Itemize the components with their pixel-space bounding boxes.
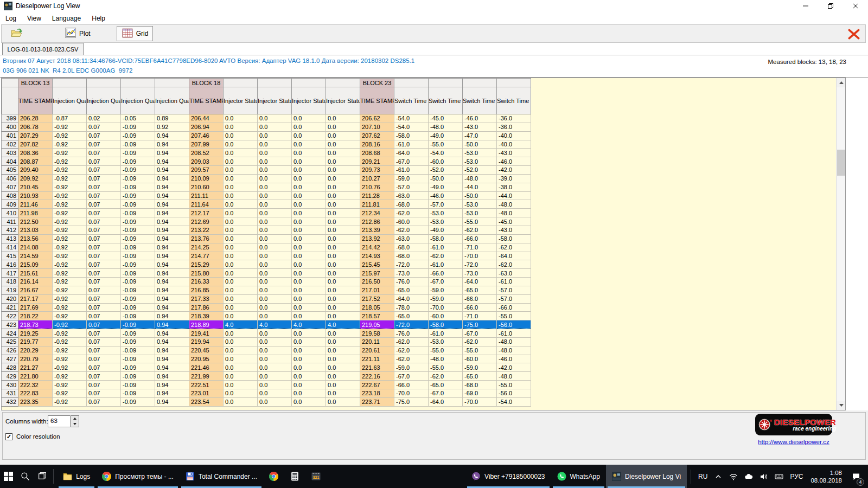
grid-cell[interactable]: 0.0: [258, 355, 292, 363]
grid-cell[interactable]: 0.0: [224, 303, 258, 312]
grid-cell[interactable]: 0.0: [326, 363, 360, 372]
grid-cell[interactable]: 0.0: [224, 226, 258, 234]
grid-cell[interactable]: -54.0: [394, 114, 429, 123]
grid-cell[interactable]: -60.0: [429, 157, 463, 166]
grid-cell[interactable]: 0.94: [155, 243, 189, 252]
grid-cell[interactable]: 0.0: [258, 389, 292, 398]
grid-cell[interactable]: 208.68: [360, 149, 394, 157]
grid-cell[interactable]: -62.0: [394, 337, 429, 346]
grid-cell[interactable]: 221.80: [18, 372, 53, 381]
grid-cell[interactable]: 0.0: [326, 260, 360, 269]
grid-cell[interactable]: 0.0: [326, 183, 360, 191]
grid-cell[interactable]: -48.0: [429, 355, 463, 363]
grid-cell[interactable]: -70.0: [429, 303, 463, 312]
grid-cell[interactable]: -0.09: [121, 363, 155, 372]
grid-cell[interactable]: 0.0: [326, 303, 360, 312]
grid-cell[interactable]: -48.0: [497, 337, 531, 346]
grid-cell[interactable]: -0.09: [121, 397, 155, 406]
grid-cell[interactable]: -45.0: [429, 114, 463, 123]
grid-cell[interactable]: 0.0: [292, 140, 326, 149]
grid-cell[interactable]: -53.0: [463, 157, 497, 166]
grid-cell[interactable]: -0.09: [121, 389, 155, 398]
grid-cell[interactable]: 0.94: [155, 346, 189, 355]
grid-cell[interactable]: -0.09: [121, 191, 155, 200]
grid-cell[interactable]: 0.0: [224, 355, 258, 363]
grid-cell[interactable]: 0.0: [292, 217, 326, 226]
grid-cell[interactable]: -0.09: [121, 200, 155, 209]
grid-cell[interactable]: 206.44: [189, 114, 224, 123]
grid-cell[interactable]: 214.77: [189, 252, 224, 260]
grid-cell[interactable]: 0.94: [155, 226, 189, 234]
grid-cell[interactable]: 0.0: [224, 174, 258, 183]
grid-cell[interactable]: 208.36: [18, 149, 53, 157]
row-number[interactable]: 414: [2, 243, 18, 252]
grid-cell[interactable]: -0.09: [121, 217, 155, 226]
columns-width-input[interactable]: 63: [48, 415, 71, 427]
grid-cell[interactable]: -43.0: [497, 226, 531, 234]
row-number[interactable]: 405: [2, 166, 18, 175]
grid-cell[interactable]: -68.0: [463, 381, 497, 389]
grid-cell[interactable]: 0.0: [258, 363, 292, 372]
grid-cell[interactable]: 0.0: [258, 269, 292, 278]
grid-cell[interactable]: 213.03: [18, 226, 53, 234]
menu-log[interactable]: Log: [0, 13, 22, 24]
grid-cell[interactable]: -62.0: [429, 372, 463, 381]
grid-cell[interactable]: -48.0: [497, 200, 531, 209]
grid-cell[interactable]: -57.0: [497, 294, 531, 303]
grid-cell[interactable]: -47.0: [463, 131, 497, 140]
grid-cell[interactable]: 0.94: [155, 149, 189, 157]
row-number[interactable]: 401: [2, 131, 18, 140]
grid-cell[interactable]: 0.0: [224, 346, 258, 355]
grid-cell[interactable]: 0.0: [292, 183, 326, 191]
grid-cell[interactable]: 0.0: [224, 363, 258, 372]
grid-cell[interactable]: 0.0: [258, 114, 292, 123]
grid-cell[interactable]: 222.32: [18, 381, 53, 389]
grid-cell[interactable]: 0.0: [292, 346, 326, 355]
grid-cell[interactable]: 0.0: [292, 303, 326, 312]
grid-cell[interactable]: -67.0: [463, 329, 497, 338]
grid-cell[interactable]: 4.0: [292, 320, 326, 329]
grid-cell[interactable]: 0.0: [326, 226, 360, 234]
grid-cell[interactable]: -44.0: [497, 191, 531, 200]
grid-cell[interactable]: -67.0: [429, 389, 463, 398]
color-resolution-checkbox[interactable]: [5, 433, 12, 440]
grid-cell[interactable]: 0.0: [326, 243, 360, 252]
grid-cell[interactable]: 0.0: [326, 140, 360, 149]
grid-cell[interactable]: 208.52: [189, 149, 224, 157]
grid-cell[interactable]: 214.08: [18, 243, 53, 252]
grid-cell[interactable]: 0.0: [292, 131, 326, 140]
grid-cell[interactable]: 216.50: [360, 278, 394, 286]
grid-cell[interactable]: 210.09: [189, 174, 224, 183]
language-indicator[interactable]: RU: [695, 465, 711, 488]
grid-cell[interactable]: 209.03: [189, 157, 224, 166]
grid-cell[interactable]: 212.86: [360, 217, 394, 226]
grid-cell[interactable]: 0.0: [224, 140, 258, 149]
grid-cell[interactable]: 0.0: [258, 303, 292, 312]
grid-cell[interactable]: 0.0: [258, 234, 292, 243]
grid-cell[interactable]: -50.0: [429, 174, 463, 183]
grid-cell[interactable]: 0.94: [155, 389, 189, 398]
row-number[interactable]: 415: [2, 252, 18, 260]
grid-cell[interactable]: 0.07: [87, 183, 121, 191]
grid-cell[interactable]: -0.09: [121, 260, 155, 269]
minimize-button[interactable]: [793, 0, 818, 12]
grid-cell[interactable]: -53.0: [429, 337, 463, 346]
grid-cell[interactable]: 0.07: [87, 140, 121, 149]
grid-cell[interactable]: 212.50: [18, 217, 53, 226]
grid-cell[interactable]: 0.02: [87, 114, 121, 123]
grid-cell[interactable]: 0.94: [155, 166, 189, 175]
grid-cell[interactable]: 0.94: [155, 157, 189, 166]
grid-cell[interactable]: 0.0: [258, 200, 292, 209]
grid-cell[interactable]: 0.94: [155, 381, 189, 389]
grid-cell[interactable]: -0.09: [121, 123, 155, 131]
row-number[interactable]: 413: [2, 234, 18, 243]
grid-cell[interactable]: 0.0: [258, 243, 292, 252]
grid-cell[interactable]: 0.0: [224, 397, 258, 406]
grid-cell[interactable]: -59.0: [429, 294, 463, 303]
grid-cell[interactable]: -0.09: [121, 243, 155, 252]
grid-cell[interactable]: -71.0: [463, 243, 497, 252]
grid-cell[interactable]: -46.0: [429, 191, 463, 200]
grid-cell[interactable]: 222.51: [189, 381, 224, 389]
grid-cell[interactable]: 211.46: [18, 200, 53, 209]
grid-cell[interactable]: 218.89: [189, 320, 224, 329]
